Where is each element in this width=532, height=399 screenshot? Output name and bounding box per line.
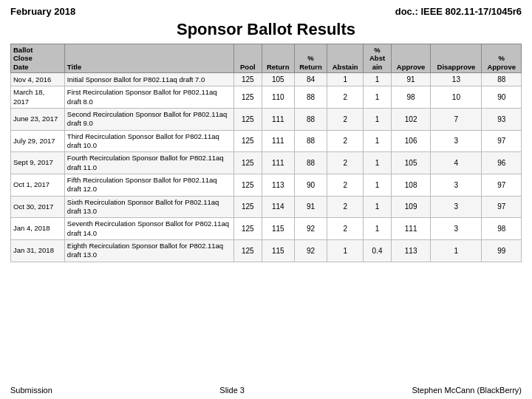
cell-abstainpct: 0.4 [364,239,392,262]
cell-disapprove: 10 [431,86,482,109]
table-row: July 29, 2017Third Recirculation Sponsor… [11,130,522,152]
cell-approve: 113 [391,239,431,262]
col-header-disapprove: Disapprove [431,44,482,73]
cell-disapprove: 13 [431,73,482,86]
cell-approve: 91 [391,73,431,86]
cell-title: Initial Sponsor Ballot for P802.11aq dra… [64,73,233,86]
col-header-abstain: Abstain [327,44,364,73]
col-header-pool: Pool [234,44,262,73]
cell-pool: 125 [234,239,262,262]
cell-return: 113 [262,174,294,196]
cell-disapprove: 3 [431,196,482,218]
cell-pool: 125 [234,174,262,196]
cell-returnpct: 92 [294,239,327,262]
cell-disapprove: 3 [431,218,482,240]
col-header-abstainpct: % Abst ain [364,44,392,73]
cell-pool: 125 [234,152,262,174]
cell-abstain: 1 [327,239,364,262]
cell-date: Jan 4, 2018 [11,218,65,240]
cell-return: 111 [262,152,294,174]
cell-return: 114 [262,196,294,218]
cell-approvepct: 97 [482,174,522,196]
cell-abstainpct: 1 [364,108,392,130]
cell-disapprove: 4 [431,152,482,174]
cell-abstainpct: 1 [364,218,392,240]
table-wrapper: BallotCloseDate Title Pool Return % Retu… [10,44,522,383]
cell-title: Seventh Recirculation Sponsor Ballot for… [64,218,233,240]
cell-approve: 106 [391,130,431,152]
cell-pool: 125 [234,73,262,86]
page: February 2018 doc.: IEEE 802.11-17/1045r… [0,0,532,399]
cell-disapprove: 3 [431,130,482,152]
cell-approvepct: 96 [482,152,522,174]
cell-date: March 18, 2017 [11,86,65,109]
cell-approve: 111 [391,218,431,240]
cell-approve: 102 [391,108,431,130]
cell-abstain: 2 [327,86,364,109]
cell-date: July 29, 2017 [11,130,65,152]
table-row: Oct 30, 2017Sixth Recirculation Sponsor … [11,196,522,218]
table-row: Jan 4, 2018Seventh Recirculation Sponsor… [11,218,522,240]
cell-returnpct: 88 [294,108,327,130]
footer-center: Slide 3 [219,386,245,395]
footer-right: Stephen McCann (BlackBerry) [412,386,522,395]
cell-approvepct: 93 [482,108,522,130]
cell-title: Sixth Recirculation Sponsor Ballot for P… [64,196,233,218]
cell-title: Eighth Recirculation Sponsor Ballot for … [64,239,233,262]
cell-date: Oct 30, 2017 [11,196,65,218]
cell-approvepct: 90 [482,86,522,109]
cell-returnpct: 84 [294,73,327,86]
cell-pool: 125 [234,108,262,130]
cell-pool: 125 [234,218,262,240]
header-date: February 2018 [10,6,75,17]
cell-approve: 108 [391,174,431,196]
col-header-returnpct: % Return [294,44,327,73]
col-header-approve: Approve [391,44,431,73]
cell-abstain: 2 [327,108,364,130]
cell-returnpct: 92 [294,218,327,240]
cell-abstain: 2 [327,130,364,152]
cell-title: Fifth Recirculation Sponsor Ballot for P… [64,174,233,196]
table-row: Jan 31, 2018Eighth Recirculation Sponsor… [11,239,522,262]
cell-return: 111 [262,108,294,130]
cell-abstain: 1 [327,73,364,86]
cell-abstainpct: 1 [364,73,392,86]
col-header-date: BallotCloseDate [11,44,65,73]
cell-returnpct: 91 [294,196,327,218]
cell-approve: 109 [391,196,431,218]
cell-approvepct: 97 [482,130,522,152]
cell-approvepct: 97 [482,196,522,218]
cell-approvepct: 99 [482,239,522,262]
cell-title: Fourth Recirculation Sponsor Ballot for … [64,152,233,174]
cell-approve: 98 [391,86,431,109]
cell-returnpct: 90 [294,174,327,196]
cell-disapprove: 3 [431,174,482,196]
cell-pool: 125 [234,130,262,152]
table-row: June 23, 2017Second Recirculation Sponso… [11,108,522,130]
cell-abstainpct: 1 [364,196,392,218]
cell-approve: 105 [391,152,431,174]
cell-abstainpct: 1 [364,130,392,152]
table-row: Nov 4, 2016Initial Sponsor Ballot for P8… [11,73,522,86]
cell-approvepct: 88 [482,73,522,86]
table-body: Nov 4, 2016Initial Sponsor Ballot for P8… [11,73,522,262]
table-row: Sept 9, 2017Fourth Recirculation Sponsor… [11,152,522,174]
cell-returnpct: 88 [294,86,327,109]
table-header-row: BallotCloseDate Title Pool Return % Retu… [11,44,522,73]
cell-return: 115 [262,218,294,240]
table-row: March 18, 2017First Recirculation Sponso… [11,86,522,109]
cell-date: Nov 4, 2016 [11,73,65,86]
cell-return: 105 [262,73,294,86]
cell-title: First Recirculation Sponsor Ballot for P… [64,86,233,109]
cell-title: Second Recirculation Sponsor Ballot for … [64,108,233,130]
col-header-return: Return [262,44,294,73]
cell-abstainpct: 1 [364,86,392,109]
cell-date: Oct 1, 2017 [11,174,65,196]
page-title: Sponsor Ballot Results [10,20,522,39]
cell-title: Third Recirculation Sponsor Ballot for P… [64,130,233,152]
col-header-title: Title [64,44,233,73]
cell-returnpct: 88 [294,152,327,174]
cell-return: 111 [262,130,294,152]
cell-pool: 125 [234,86,262,109]
cell-approvepct: 98 [482,218,522,240]
